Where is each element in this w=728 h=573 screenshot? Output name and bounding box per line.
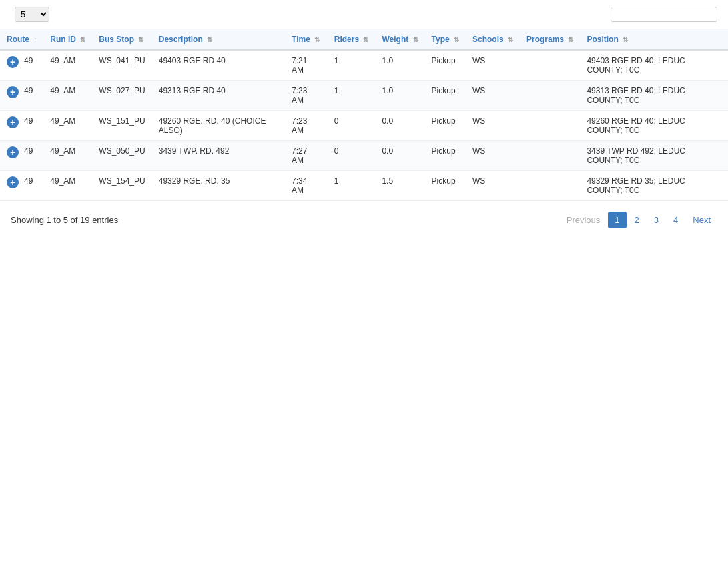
table-body: +4949_AMWS_041_PU49403 RGE RD 407:21 AM1… bbox=[0, 50, 728, 201]
riders-cell: 1 bbox=[328, 81, 376, 111]
top-bar: 5102550100 bbox=[0, 0, 728, 29]
expand-button[interactable]: + bbox=[7, 176, 19, 188]
programs-cell bbox=[520, 50, 580, 81]
pagination-page-3[interactable]: 3 bbox=[647, 212, 665, 228]
route-cell: +49 bbox=[0, 111, 43, 141]
pagination: Previous1234Next bbox=[560, 212, 717, 228]
schools-cell: WS bbox=[466, 141, 520, 171]
pagination-page-4[interactable]: 4 bbox=[667, 212, 685, 228]
run-id-cell: 49_AM bbox=[43, 141, 92, 171]
programs-cell bbox=[520, 81, 580, 111]
col-riders[interactable]: Riders ⇅ bbox=[328, 29, 376, 51]
col-programs[interactable]: Programs ⇅ bbox=[520, 29, 580, 51]
sort-icon-riders: ⇅ bbox=[363, 36, 368, 43]
expand-button[interactable]: + bbox=[7, 86, 19, 98]
show-entries-control: 5102550100 bbox=[11, 7, 53, 22]
run-id-cell: 49_AM bbox=[43, 111, 92, 141]
type-cell: Pickup bbox=[425, 111, 466, 141]
table-row: +4949_AMWS_041_PU49403 RGE RD 407:21 AM1… bbox=[0, 50, 728, 81]
sort-icon-schools: ⇅ bbox=[508, 36, 513, 43]
route-cell: +49 bbox=[0, 171, 43, 201]
type-cell: Pickup bbox=[425, 171, 466, 201]
programs-cell bbox=[520, 111, 580, 141]
route-value: 49 bbox=[24, 86, 33, 96]
time-cell: 7:27 AM bbox=[285, 141, 328, 171]
data-table: Route ↑ Run ID ⇅ Bus Stop ⇅ Description … bbox=[0, 29, 728, 201]
table-row: +4949_AMWS_151_PU49260 RGE. RD. 40 (CHOI… bbox=[0, 111, 728, 141]
bus-stop-cell: WS_041_PU bbox=[92, 50, 151, 81]
col-run-id[interactable]: Run ID ⇅ bbox=[43, 29, 92, 51]
sort-icon-bus-stop: ⇅ bbox=[138, 36, 143, 43]
position-cell: 49403 RGE RD 40; LEDUC COUNTY; T0C bbox=[580, 50, 728, 81]
riders-cell: 1 bbox=[328, 50, 376, 81]
sort-icon-run-id: ⇅ bbox=[80, 36, 85, 43]
time-cell: 7:34 AM bbox=[285, 171, 328, 201]
expand-button[interactable]: + bbox=[7, 146, 19, 158]
weight-cell: 1.0 bbox=[375, 81, 424, 111]
col-description[interactable]: Description ⇅ bbox=[152, 29, 285, 51]
sort-icon-time: ⇅ bbox=[314, 36, 320, 43]
sort-icon-weight: ⇅ bbox=[413, 36, 418, 43]
sort-icon-programs: ⇅ bbox=[568, 36, 573, 43]
schools-cell: WS bbox=[466, 171, 520, 201]
weight-cell: 1.5 bbox=[375, 171, 424, 201]
time-cell: 7:23 AM bbox=[285, 111, 328, 141]
schools-cell: WS bbox=[466, 50, 520, 81]
pagination-page-1[interactable]: 1 bbox=[608, 212, 626, 228]
riders-cell: 1 bbox=[328, 171, 376, 201]
sort-icon-position: ⇅ bbox=[623, 36, 628, 43]
route-value: 49 bbox=[24, 176, 33, 186]
weight-cell: 1.0 bbox=[375, 50, 424, 81]
type-cell: Pickup bbox=[425, 50, 466, 81]
route-cell: +49 bbox=[0, 141, 43, 171]
col-type[interactable]: Type ⇅ bbox=[425, 29, 466, 51]
col-bus-stop[interactable]: Bus Stop ⇅ bbox=[92, 29, 151, 51]
run-id-cell: 49_AM bbox=[43, 81, 92, 111]
description-cell: 49313 RGE RD 40 bbox=[152, 81, 285, 111]
bus-stop-cell: WS_027_PU bbox=[92, 81, 151, 111]
programs-cell bbox=[520, 141, 580, 171]
sort-icon-description: ⇅ bbox=[207, 36, 212, 43]
bus-stop-cell: WS_154_PU bbox=[92, 171, 151, 201]
pagination-previous[interactable]: Previous bbox=[560, 212, 607, 228]
expand-button[interactable]: + bbox=[7, 116, 19, 128]
search-bar bbox=[607, 7, 717, 22]
riders-cell: 0 bbox=[328, 111, 376, 141]
col-weight[interactable]: Weight ⇅ bbox=[375, 29, 424, 51]
col-route[interactable]: Route ↑ bbox=[0, 29, 43, 51]
weight-cell: 0.0 bbox=[375, 141, 424, 171]
position-cell: 49260 RGE RD 40; LEDUC COUNTY; T0C bbox=[580, 111, 728, 141]
riders-cell: 0 bbox=[328, 141, 376, 171]
weight-cell: 0.0 bbox=[375, 111, 424, 141]
route-value: 49 bbox=[24, 116, 33, 126]
entries-select[interactable]: 5102550100 bbox=[15, 7, 49, 22]
description-cell: 49260 RGE. RD. 40 (CHOICE ALSO) bbox=[152, 111, 285, 141]
route-value: 49 bbox=[24, 146, 33, 156]
search-input[interactable] bbox=[611, 7, 717, 22]
run-id-cell: 49_AM bbox=[43, 50, 92, 81]
pagination-next[interactable]: Next bbox=[686, 212, 717, 228]
sort-icon-type: ⇅ bbox=[454, 36, 459, 43]
bus-stop-cell: WS_151_PU bbox=[92, 111, 151, 141]
col-schools[interactable]: Schools ⇅ bbox=[466, 29, 520, 51]
type-cell: Pickup bbox=[425, 81, 466, 111]
expand-button[interactable]: + bbox=[7, 56, 19, 68]
description-cell: 49329 RGE. RD. 35 bbox=[152, 171, 285, 201]
bus-stop-cell: WS_050_PU bbox=[92, 141, 151, 171]
col-position[interactable]: Position ⇅ bbox=[580, 29, 728, 51]
sort-icon-route: ↑ bbox=[33, 36, 37, 43]
route-value: 49 bbox=[24, 56, 33, 65]
type-cell: Pickup bbox=[425, 141, 466, 171]
table-row: +4949_AMWS_027_PU49313 RGE RD 407:23 AM1… bbox=[0, 81, 728, 111]
run-id-cell: 49_AM bbox=[43, 171, 92, 201]
table-header: Route ↑ Run ID ⇅ Bus Stop ⇅ Description … bbox=[0, 29, 728, 51]
programs-cell bbox=[520, 171, 580, 201]
position-cell: 49313 RGE RD 40; LEDUC COUNTY; T0C bbox=[580, 81, 728, 111]
table-row: +4949_AMWS_050_PU3439 TWP. RD. 4927:27 A… bbox=[0, 141, 728, 171]
col-time[interactable]: Time ⇅ bbox=[285, 29, 328, 51]
showing-info: Showing 1 to 5 of 19 entries bbox=[11, 215, 118, 225]
pagination-page-2[interactable]: 2 bbox=[628, 212, 646, 228]
position-cell: 49329 RGE RD 35; LEDUC COUNTY; T0C bbox=[580, 171, 728, 201]
route-cell: +49 bbox=[0, 50, 43, 81]
position-cell: 3439 TWP RD 492; LEDUC COUNTY; T0C bbox=[580, 141, 728, 171]
